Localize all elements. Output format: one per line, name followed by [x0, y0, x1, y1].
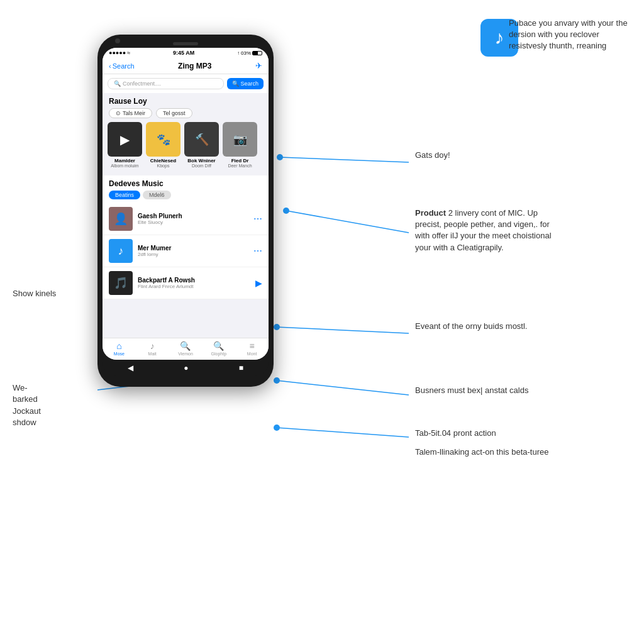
- discover-tab-0[interactable]: Beatins: [109, 191, 140, 199]
- annotation-tab-action: Tab-5it.04 pront action: [415, 428, 553, 439]
- song-info-1: Mer Mumer 2dfl lorny: [138, 245, 248, 257]
- battery-bar: [252, 51, 262, 55]
- bottom-tab-label-3: Glophtp: [211, 352, 227, 356]
- status-time: 9:45 AM: [173, 50, 194, 56]
- song-more-icon-0[interactable]: ⋯: [253, 214, 262, 224]
- song-more-icon-1[interactable]: ⋯: [253, 246, 262, 256]
- bottom-tabs: ⌂ Mose ♪ Mait 🔍 Viemon 🔍 Glophtp ≡ M: [103, 338, 269, 360]
- bottom-tab-0[interactable]: ⌂ Mose: [108, 341, 130, 356]
- phone-camera: [115, 38, 120, 43]
- svg-line-3: [286, 211, 409, 233]
- svg-point-6: [274, 324, 280, 330]
- annotation-gats-doy: Gats doy!: [415, 150, 516, 161]
- discover-tab-1[interactable]: Mdel6: [143, 191, 171, 199]
- search-button[interactable]: 🔍 Search: [227, 78, 264, 89]
- artist-sub-3: Deer Manch: [223, 164, 257, 168]
- bottom-tab-label-1: Mait: [148, 352, 157, 356]
- annotation-busners: Busners must bex| anstat calds: [415, 385, 541, 396]
- search-tab-icon: 🔍: [180, 341, 191, 351]
- song-thumb-2: 🎵: [109, 271, 133, 295]
- song-row-2[interactable]: 🎵 Backpartf A Rowsh Flint Arard Fnrce Ar…: [103, 267, 269, 299]
- artist-thumb-3: 📷: [223, 122, 257, 157]
- annotation-eveant: Eveant of the orny buids mostl.: [415, 321, 553, 332]
- bottom-tab-4[interactable]: ≡ Mont: [241, 341, 264, 356]
- tag-2[interactable]: Tel gosst: [156, 108, 192, 118]
- artist-sub-1: Kbops: [146, 164, 180, 168]
- tag-1[interactable]: ⊙ Tals Meir: [109, 108, 152, 118]
- battery-pct: 03%: [241, 50, 251, 56]
- svg-line-13: [277, 428, 409, 437]
- song-sub-1: 2dfl lorny: [138, 252, 248, 257]
- phone-screen: ●●●●● ≈ 9:45 AM ↑ 03% ‹ Search Zing MP3 …: [103, 48, 269, 360]
- bottom-tab-1[interactable]: ♪ Mait: [141, 341, 164, 356]
- music-tab-icon: ♪: [150, 341, 155, 351]
- artist-card-1[interactable]: 🐾 ChieNesed Kbops: [146, 122, 180, 168]
- song-title-2: Backpartf A Rowsh: [138, 277, 250, 284]
- artists-grid: ▶ Mamlder Albom moluim 🐾 ChieNesed Kbops…: [103, 122, 269, 173]
- back-button[interactable]: ‹ Search: [109, 62, 135, 70]
- artist-name-1: ChieNesed: [146, 158, 180, 164]
- menu-tab-icon: ≡: [249, 341, 254, 351]
- annotation-talem: Talem-llinaking act-on this beta-turee: [415, 447, 553, 458]
- svg-point-2: [277, 154, 283, 160]
- discover-title: Dedeves Music: [103, 175, 269, 191]
- nav-share-icon[interactable]: ✈: [255, 61, 262, 70]
- bottom-tab-3[interactable]: 🔍 Glophtp: [208, 341, 230, 356]
- discover-tabs: Beatins Mdel6: [103, 191, 269, 203]
- song-sub-0: Elte Siuocy: [138, 219, 248, 225]
- artist-thumb-1: 🐾: [146, 122, 180, 157]
- search-section: 🔍 Confectment.... 🔍 Search: [103, 74, 269, 93]
- song-info-2: Backpartf A Rowsh Flint Arard Fnrce Arlu…: [138, 277, 250, 289]
- search-btn-label: Search: [240, 80, 258, 87]
- status-arrow: ↑: [237, 50, 240, 56]
- nav-title: Zing MP3: [135, 62, 255, 70]
- artist-card-0[interactable]: ▶ Mamlder Albom moluim: [108, 122, 142, 168]
- artist-sub-0: Albom moluim: [108, 164, 142, 168]
- tags-row: ⊙ Tals Meir Tel gosst: [103, 108, 269, 122]
- signal-dots: ●●●●●: [109, 50, 126, 56]
- android-home-btn[interactable]: ●: [184, 364, 188, 372]
- android-recent-btn[interactable]: ■: [239, 364, 243, 372]
- search-tag-icon: ⊙: [116, 110, 121, 116]
- svg-line-5: [277, 327, 409, 333]
- search-input-wrap[interactable]: 🔍 Confectment....: [108, 78, 224, 89]
- popular-section-title: Rause Loy: [103, 93, 269, 108]
- svg-line-1: [280, 157, 409, 162]
- discover-section: Dedeves Music Beatins Mdel6 👤 Gaesh Plun…: [103, 175, 269, 299]
- annotation-show-kinels: Show kinels: [13, 288, 88, 299]
- wifi-icon: ≈: [127, 50, 130, 56]
- android-nav: ◀ ● ■: [103, 360, 269, 376]
- song-row-1[interactable]: ♪ Mer Mumer 2dfl lorny ⋯: [103, 235, 269, 267]
- song-title-0: Gaesh Plunerh: [138, 213, 248, 219]
- bottom-tab-label-2: Viemon: [178, 352, 193, 356]
- discover-tab-icon: 🔍: [213, 341, 224, 351]
- nav-bar: ‹ Search Zing MP3 ✈: [103, 58, 269, 74]
- song-row-0[interactable]: 👤 Gaesh Plunerh Elte Siuocy ⋯: [103, 203, 269, 235]
- artist-card-2[interactable]: 🔨 Bok Wniner Doom Diff: [184, 122, 219, 168]
- search-btn-icon: 🔍: [232, 80, 239, 87]
- bottom-tab-label-0: Mose: [114, 352, 125, 356]
- svg-point-12: [274, 377, 280, 384]
- android-back-btn[interactable]: ◀: [128, 364, 133, 372]
- artist-thumb-0: ▶: [108, 122, 142, 157]
- annotation-music-box: Pubace you anvary with your the dersion …: [509, 18, 635, 52]
- artist-name-0: Mamlder: [108, 158, 142, 164]
- artist-card-3[interactable]: 📷 Fied Dr Deer Manch: [223, 122, 257, 168]
- song-thumb-0: 👤: [109, 207, 133, 231]
- artist-thumb-2: 🔨: [184, 122, 219, 157]
- artist-sub-2: Doom Diff: [184, 164, 219, 168]
- song-more-icon-2[interactable]: ▶: [255, 278, 262, 288]
- phone-mockup: ●●●●● ≈ 9:45 AM ↑ 03% ‹ Search Zing MP3 …: [97, 35, 274, 387]
- back-label: Search: [113, 62, 135, 70]
- annotation-product: Product 2 linvery cont of MIC. Up precis…: [415, 208, 560, 253]
- svg-point-14: [274, 425, 280, 431]
- phone-speaker: [173, 42, 198, 45]
- artist-name-2: Bok Wniner: [184, 158, 219, 164]
- song-info-0: Gaesh Plunerh Elte Siuocy: [138, 213, 248, 225]
- song-thumb-1: ♪: [109, 239, 133, 263]
- song-title-1: Mer Mumer: [138, 245, 248, 252]
- home-icon: ⌂: [116, 341, 121, 351]
- bottom-tab-2[interactable]: 🔍 Viemon: [174, 341, 197, 356]
- svg-point-4: [283, 208, 289, 214]
- svg-line-11: [277, 380, 409, 395]
